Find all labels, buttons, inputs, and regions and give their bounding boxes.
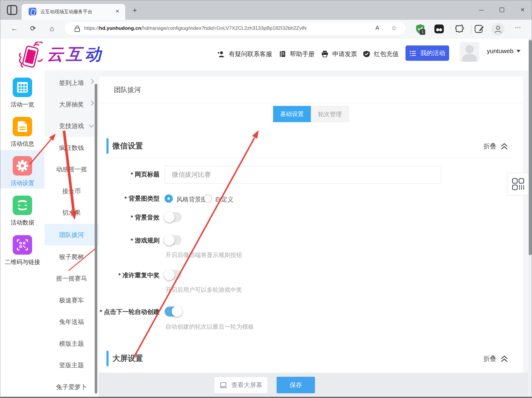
page-title: 团队拔河 (114, 85, 141, 94)
tab-actions-icon[interactable] (7, 5, 17, 15)
nav-invoice[interactable]: 申请发票 (321, 50, 357, 59)
browser-toolbar: ← ⟳ ⌂ https://hd.yunhudong.cn/hdmanage/c… (0, 20, 532, 39)
menu-item-competitive-games[interactable]: 竞技游戏 (45, 115, 98, 137)
document-icon (17, 121, 28, 132)
layout-panel-widget[interactable] (507, 173, 529, 195)
menu-item-tug-of-war[interactable]: 团队拔河 (45, 224, 98, 245)
logo-hand-phone-icon (17, 42, 46, 69)
menu-item-speed-race[interactable]: 极速赛车 (45, 289, 98, 311)
menu-item-horizontal-theme[interactable]: 横版主题 (45, 333, 98, 354)
sidebar-label-activity-overview[interactable]: 活动一览 (0, 101, 45, 109)
adblock-shield-icon[interactable]: 1 (416, 24, 425, 36)
page-scrollbar-thumb[interactable] (529, 40, 532, 255)
sidebar-label-activity-info[interactable]: 活动信息 (0, 140, 45, 148)
game-rules-hint: 开启后微信端将显示规则按钮 (165, 250, 242, 260)
window-close-button[interactable]: ✕ (516, 4, 529, 16)
sidebar-label-activity-settings[interactable]: 活动设置 (0, 179, 45, 187)
wechat-collapse-button[interactable]: 折叠 (483, 142, 508, 151)
address-bar[interactable]: https://hd.yunhudong.cn/hdmanage/configt… (65, 22, 406, 35)
field-label-page-title: * 网页标题 (99, 170, 160, 179)
browser-profile-icon[interactable] (492, 23, 505, 36)
nav-help-manual[interactable]: 帮助手册 (279, 50, 315, 59)
menu-item-screen-lottery[interactable]: 大屏抽奖 (45, 94, 98, 115)
username-dropdown[interactable]: yuntuweb (487, 48, 520, 55)
radio-style-background[interactable] (165, 194, 173, 203)
favorite-star-icon[interactable]: ☆ (391, 24, 397, 32)
primary-sidebar: 活动一览 活动信息 活动设置 活动数据 二维码与链接 (0, 70, 45, 398)
monitor-icon (220, 382, 227, 388)
site-header: 云互动 有疑问联系客服 帮助手册 申请发票 红包充值 我的活动 yuntuweb (0, 39, 532, 71)
menu-item-horse-race[interactable]: 摇一摇赛马 (45, 268, 98, 289)
nav-redpacket-recharge[interactable]: 红包充值 (363, 50, 399, 59)
sidebar-item-activity-overview[interactable] (13, 78, 32, 97)
sidebar-item-activity-info[interactable] (13, 117, 32, 136)
sidebar-item-activity-settings[interactable] (13, 156, 32, 176)
nav-contact-support[interactable]: 有疑问联系客服 (218, 50, 272, 59)
tab-round-management[interactable]: 轮次管理 (311, 106, 349, 122)
chevron-down-icon (516, 50, 520, 53)
chevron-right-icon (89, 101, 94, 106)
logo-text[interactable]: 云互动 (47, 43, 104, 66)
database-icon (17, 200, 28, 211)
collections-edit-icon[interactable] (474, 24, 485, 35)
auto-create-toggle[interactable] (165, 307, 182, 317)
game-rules-toggle[interactable] (165, 235, 182, 245)
menu-item-vertical-theme[interactable]: 竖版主题 (45, 354, 98, 376)
field-label-bg-type: * 背景图类型 (99, 194, 160, 203)
back-button[interactable]: ← (8, 22, 20, 35)
divider (99, 103, 523, 103)
sidebar-item-qrcode-links[interactable] (13, 235, 32, 255)
menu-item-shake[interactable]: 动感摇一摇 (45, 158, 98, 180)
tab-basic-settings[interactable]: 基础设置 (273, 106, 311, 122)
repeat-win-toggle[interactable] (165, 270, 182, 280)
window-maximize-button[interactable]: ☐ (495, 4, 509, 16)
shield-badge: 1 (420, 29, 425, 35)
radio-custom[interactable] (204, 194, 212, 203)
sidebar-item-activity-data[interactable] (13, 196, 32, 215)
browser-window: 云互动现场互动服务平台 ✕ ＋ — ☐ ✕ ← ⟳ ⌂ https://hd.y… (0, 0, 532, 398)
field-label-bg-sound: * 背景音效 (99, 213, 160, 222)
extensions-puzzle-icon[interactable] (454, 24, 464, 35)
double-chevron-up-icon (500, 143, 508, 150)
new-tab-button[interactable]: ＋ (131, 7, 138, 13)
repeat-win-hint: 开启后用户可以多轮游戏中奖 (165, 285, 242, 295)
qr-code-icon (17, 239, 28, 251)
section-accent-bar (106, 351, 109, 366)
screen-collapse-button[interactable]: 折叠 (483, 354, 508, 363)
my-activities-button[interactable]: 我的活动 (405, 45, 449, 61)
window-bottom-edge (0, 397, 532, 398)
menu-item-fruit-cut[interactable]: 切水果 (45, 202, 98, 223)
url-text: https://hd.yunhudong.cn/hdmanage/configt… (84, 25, 385, 31)
config-card: 团队拔河 基础设置 轮次管理 微信设置 折叠 * 网页标题 * 背景图类型 风格… (99, 76, 523, 373)
menu-item-rabbit-carrot[interactable]: 兔子爱萝卜 (45, 376, 98, 398)
menu-item-crazy-money[interactable]: 疯狂数钱 (45, 137, 98, 158)
menu-item-signin-wall[interactable]: 签到上墙 (45, 72, 98, 94)
browser-tab[interactable]: 云互动现场互动服务平台 ✕ (22, 4, 125, 20)
extension-dark-icon[interactable] (434, 24, 444, 35)
radio-label-style-background[interactable]: 风格背景图 (176, 195, 207, 204)
window-minimize-button[interactable]: — (474, 4, 488, 16)
user-avatar[interactable] (460, 42, 479, 62)
menu-item-rabbit-blessing[interactable]: 兔年送福 (45, 311, 98, 333)
chevron-right-icon (89, 79, 94, 84)
save-button[interactable]: 保存 (277, 377, 315, 393)
read-aloud-icon[interactable]: Aʾ (375, 25, 381, 31)
field-label-repeat-win: * 准许重复中奖 (99, 271, 160, 280)
menu-item-catch-coins[interactable]: 接金币 (45, 180, 98, 202)
home-button[interactable]: ⌂ (46, 22, 58, 35)
printer-icon (321, 51, 328, 57)
view-big-screen-button[interactable]: 查看大屏幕 (214, 377, 268, 393)
refresh-button[interactable]: ⟳ (27, 22, 39, 35)
tab-close-icon[interactable]: ✕ (115, 8, 119, 14)
field-label-game-rules: * 游戏规则 (99, 236, 160, 245)
bg-sound-toggle[interactable] (165, 212, 182, 222)
grid-icon (17, 81, 28, 93)
page-title-input[interactable] (165, 166, 441, 184)
sidebar-label-activity-data[interactable]: 活动数据 (0, 219, 45, 227)
menu-item-monkey-climb[interactable]: 猴子爬树 (45, 246, 98, 268)
sidebar-label-qrcode-links[interactable]: 二维码与链接 (0, 258, 45, 266)
menu-scrollbar[interactable] (95, 84, 97, 394)
browser-menu-icon[interactable]: … (515, 22, 522, 30)
radio-label-custom[interactable]: 自定义 (215, 195, 234, 204)
list-icon (410, 50, 416, 56)
